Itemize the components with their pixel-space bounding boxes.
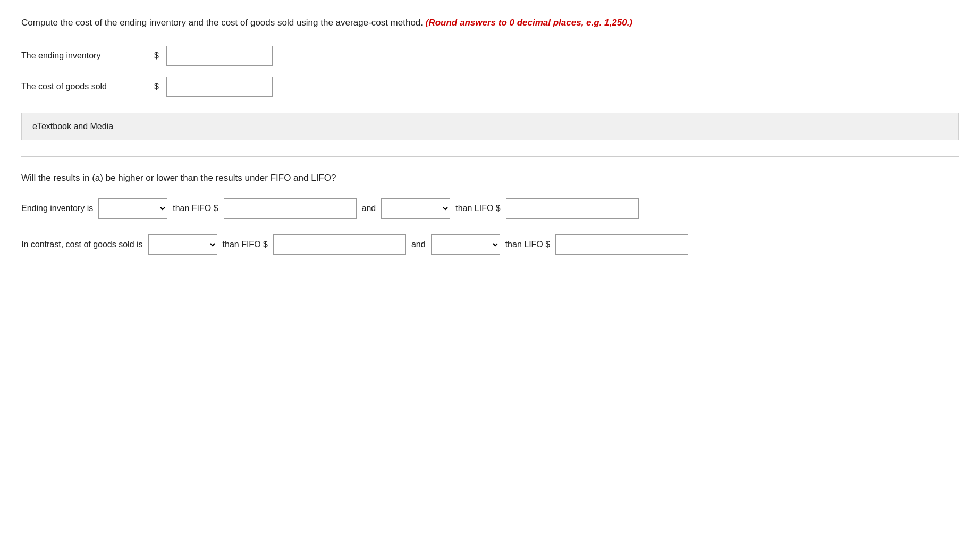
section-divider bbox=[21, 156, 959, 157]
than-lifo-label: than LIFO $ bbox=[455, 204, 501, 213]
instruction-normal: Compute the cost of the ending inventory… bbox=[21, 18, 423, 28]
ending-inventory-input[interactable] bbox=[166, 46, 273, 66]
ending-inventory-lifo-dropdown[interactable]: higher lower bbox=[381, 198, 450, 219]
section-b-question: Will the results in (a) be higher or low… bbox=[21, 173, 959, 183]
cost-of-goods-lifo-dropdown[interactable]: higher lower bbox=[431, 234, 500, 255]
ending-inventory-lifo-input[interactable] bbox=[506, 198, 639, 219]
etextbook-label: eTextbook and Media bbox=[32, 122, 113, 131]
instruction-text: Compute the cost of the ending inventory… bbox=[21, 16, 925, 30]
etextbook-bar: eTextbook and Media bbox=[21, 113, 959, 140]
ending-inventory-row: The ending inventory $ bbox=[21, 46, 959, 66]
cost-of-goods-comparison-row: In contrast, cost of goods sold is highe… bbox=[21, 234, 959, 255]
cost-of-goods-label: The cost of goods sold bbox=[21, 82, 149, 91]
cost-of-goods-row: The cost of goods sold $ bbox=[21, 77, 959, 97]
ending-inventory-comparison-label: Ending inventory is bbox=[21, 204, 93, 213]
cost-of-goods-fifo-dropdown[interactable]: higher lower bbox=[148, 234, 217, 255]
cost-of-goods-comparison-label: In contrast, cost of goods sold is bbox=[21, 240, 143, 249]
instruction-red: (Round answers to 0 decimal places, e.g.… bbox=[426, 18, 632, 28]
than-fifo-label: than FIFO $ bbox=[173, 204, 218, 213]
ending-inventory-fifo-dropdown[interactable]: higher lower bbox=[98, 198, 167, 219]
ending-inventory-label: The ending inventory bbox=[21, 51, 149, 61]
ending-inventory-dollar: $ bbox=[154, 51, 159, 61]
ending-inventory-comparison-row: Ending inventory is higher lower than FI… bbox=[21, 198, 959, 219]
and-label-2: and bbox=[411, 240, 426, 249]
cost-of-goods-fifo-input[interactable] bbox=[273, 234, 406, 255]
than-lifo-label-2: than LIFO $ bbox=[505, 240, 551, 249]
ending-inventory-fifo-input[interactable] bbox=[224, 198, 357, 219]
and-label-1: and bbox=[362, 204, 376, 213]
cost-of-goods-dollar: $ bbox=[154, 82, 159, 91]
than-fifo-label-2: than FIFO $ bbox=[223, 240, 268, 249]
average-cost-form: The ending inventory $ The cost of goods… bbox=[21, 46, 959, 97]
cost-of-goods-input[interactable] bbox=[166, 77, 273, 97]
cost-of-goods-lifo-input[interactable] bbox=[555, 234, 688, 255]
